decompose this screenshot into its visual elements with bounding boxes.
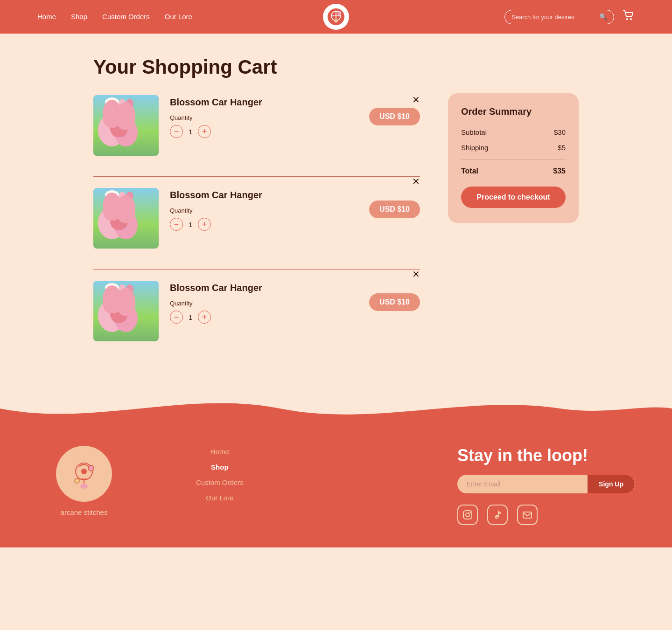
qty-increase-2[interactable]: + <box>198 218 211 231</box>
shipping-value: $5 <box>558 144 566 152</box>
svg-point-21 <box>110 207 128 230</box>
svg-point-24 <box>119 192 126 201</box>
qty-decrease-1[interactable]: − <box>170 125 183 138</box>
email-input[interactable] <box>457 475 588 493</box>
footer-body: arcane stitches Home Shop Custom Orders … <box>0 427 672 547</box>
qty-decrease-2[interactable]: − <box>170 218 183 231</box>
svg-point-30 <box>110 299 128 323</box>
item-row-2: Blossom Car Hanger Quantity − 1 + USD $1… <box>170 188 420 231</box>
newsletter-title: Stay in the loop! <box>457 446 635 465</box>
page-title: Your Shopping Cart <box>93 56 420 78</box>
footer-logo <box>56 446 112 502</box>
svg-point-26 <box>105 190 119 200</box>
svg-point-45 <box>469 512 471 513</box>
main-content: Your Shopping Cart ✕ <box>56 34 616 390</box>
qty-label-2: Quantity <box>170 207 358 214</box>
search-bar[interactable]: 🔍 <box>504 10 614 24</box>
order-summary-title: Order Summary <box>461 106 566 117</box>
footer-newsletter: Stay in the loop! Sign Up <box>457 446 635 525</box>
svg-point-6 <box>626 18 628 20</box>
svg-point-5 <box>335 20 337 22</box>
svg-point-25 <box>126 192 133 201</box>
checkout-button[interactable]: Proceed to checkout <box>461 187 566 208</box>
qty-controls-3: − 1 + <box>170 311 358 324</box>
footer-nav-custom-orders[interactable]: Custom Orders <box>196 478 244 486</box>
qty-increase-3[interactable]: + <box>198 311 211 324</box>
qty-value-1: 1 <box>189 128 192 136</box>
logo-icon <box>327 8 345 26</box>
footer-logo-section: arcane stitches <box>37 446 131 516</box>
qty-value-3: 1 <box>189 313 192 321</box>
item-name-2: Blossom Car Hanger <box>170 190 358 201</box>
nav-shop[interactable]: Shop <box>71 13 87 21</box>
svg-point-12 <box>110 114 128 137</box>
total-row: Total $35 <box>461 167 566 175</box>
svg-rect-46 <box>523 512 532 518</box>
qty-controls-2: − 1 + <box>170 218 358 231</box>
search-icon: 🔍 <box>599 13 607 21</box>
item-name-3: Blossom Car Hanger <box>170 283 358 293</box>
remove-item-1-button[interactable]: ✕ <box>412 95 420 104</box>
footer-wave-container <box>0 390 672 427</box>
subtotal-value: $30 <box>554 128 566 136</box>
navbar: Home Shop Custom Orders Our Lore 🔍 <box>0 0 672 34</box>
svg-point-42 <box>75 478 79 483</box>
search-input[interactable] <box>511 14 595 21</box>
nav-home[interactable]: Home <box>37 13 56 21</box>
footer-logo-icon <box>65 455 103 492</box>
svg-point-35 <box>105 283 119 292</box>
svg-point-15 <box>119 99 126 108</box>
social-icons <box>457 505 635 525</box>
svg-point-38 <box>81 469 87 474</box>
subtotal-row: Subtotal $30 <box>461 128 566 136</box>
cart-item: ✕ <box>93 176 420 263</box>
nav-links: Home Shop Custom Orders Our Lore <box>37 13 192 21</box>
total-label: Total <box>461 167 478 175</box>
svg-point-34 <box>126 284 133 294</box>
total-value: $35 <box>553 167 566 175</box>
item-row-3: Blossom Car Hanger Quantity − 1 + USD $1… <box>170 281 420 324</box>
item-details-2: Blossom Car Hanger Quantity − 1 + <box>170 188 358 231</box>
qty-label-3: Quantity <box>170 300 358 307</box>
nav-our-lore[interactable]: Our Lore <box>165 13 192 21</box>
svg-point-41 <box>80 484 88 489</box>
qty-value-2: 1 <box>189 221 192 228</box>
remove-item-3-button[interactable]: ✕ <box>412 270 420 279</box>
product-image-3 <box>93 281 159 341</box>
footer-nav-shop[interactable]: Shop <box>211 463 229 471</box>
nav-logo <box>323 4 349 30</box>
svg-point-44 <box>466 513 469 517</box>
signup-button[interactable]: Sign Up <box>588 475 635 493</box>
footer-brand-name: arcane stitches <box>61 508 108 516</box>
footer: arcane stitches Home Shop Custom Orders … <box>0 427 672 547</box>
item-price-2: USD $10 <box>369 201 420 218</box>
svg-point-7 <box>630 18 632 20</box>
nav-right: 🔍 <box>504 9 635 25</box>
nav-custom-orders[interactable]: Custom Orders <box>102 13 150 21</box>
item-name-1: Blossom Car Hanger <box>170 97 358 108</box>
summary-divider <box>461 159 566 159</box>
cart-section: Your Shopping Cart ✕ <box>93 56 420 362</box>
email-signup-row: Sign Up <box>457 475 635 493</box>
shipping-row: Shipping $5 <box>461 144 566 152</box>
email-icon[interactable] <box>517 505 538 525</box>
subtotal-label: Subtotal <box>461 128 487 136</box>
tiktok-icon[interactable] <box>487 505 508 525</box>
qty-increase-1[interactable]: + <box>198 125 211 138</box>
order-summary: Order Summary Subtotal $30 Shipping $5 T… <box>448 93 579 223</box>
product-image-1 <box>93 95 159 156</box>
footer-nav-our-lore[interactable]: Our Lore <box>206 494 233 502</box>
qty-decrease-3[interactable]: − <box>170 311 183 324</box>
cart-button[interactable] <box>622 9 635 25</box>
footer-nav-home[interactable]: Home <box>210 448 229 456</box>
svg-point-33 <box>119 284 126 294</box>
instagram-icon[interactable] <box>457 505 478 525</box>
svg-point-17 <box>105 97 119 107</box>
product-image-2 <box>93 188 159 249</box>
svg-point-39 <box>88 465 94 471</box>
remove-item-2-button[interactable]: ✕ <box>412 177 420 186</box>
item-price-3: USD $10 <box>369 293 420 311</box>
footer-nav: Home Shop Custom Orders Our Lore <box>159 446 281 479</box>
item-details-3: Blossom Car Hanger Quantity − 1 + <box>170 281 358 324</box>
qty-label-1: Quantity <box>170 114 358 121</box>
